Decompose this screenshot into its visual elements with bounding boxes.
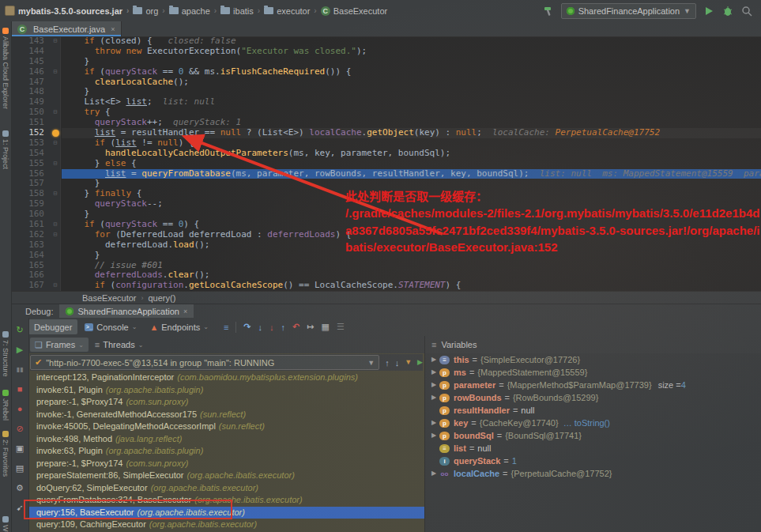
stack-frame-row[interactable]: query:109, CachingExecutor(org.apache.ib… bbox=[28, 519, 424, 531]
restore-layout-icon[interactable]: ▤ bbox=[13, 461, 27, 475]
tab-threads[interactable]: ≡ Threads ⌄ bbox=[90, 338, 148, 352]
stack-frame-row[interactable]: intercept:123, PaginationInterceptor(com… bbox=[28, 372, 424, 384]
line-number[interactable]: 143 bbox=[11, 36, 49, 47]
breadcrumb-item[interactable]: mybatis-3.5.0-sources.jar› bbox=[5, 6, 133, 16]
close-icon[interactable]: × bbox=[111, 25, 115, 33]
breadcrumb-class[interactable]: BaseExecutor bbox=[82, 293, 136, 303]
step-into-icon[interactable]: ↓ bbox=[258, 323, 263, 332]
line-number[interactable]: 155 bbox=[11, 159, 49, 169]
stack-frame-row[interactable]: prepareStatement:86, SimpleExecutor(org.… bbox=[28, 470, 424, 482]
line-number[interactable]: 153 bbox=[11, 138, 49, 149]
intention-bulb-icon[interactable] bbox=[52, 130, 59, 137]
fold-marker-icon[interactable]: ⊟ bbox=[49, 220, 62, 230]
down-the-stack-icon[interactable]: ↓ bbox=[395, 358, 400, 368]
run-to-cursor-icon[interactable]: ↦ bbox=[307, 322, 314, 332]
fold-marker-icon[interactable]: ⊟ bbox=[49, 108, 62, 118]
fold-marker-icon[interactable]: ⊟ bbox=[49, 189, 62, 199]
code-line[interactable]: 144 throw new ExecutorException("Executo… bbox=[11, 47, 761, 57]
stack-frame-row[interactable]: doQuery:62, SimpleExecutor(org.apache.ib… bbox=[28, 482, 424, 495]
thread-selector[interactable]: ✔ "http-nio-7700-exec-5"@13,514 in group… bbox=[30, 355, 379, 370]
pause-icon[interactable]: ▮▮ bbox=[13, 362, 27, 376]
code-line[interactable]: 159 queryStack--; bbox=[11, 199, 761, 209]
pin-icon[interactable]: ➹ bbox=[13, 500, 27, 515]
breadcrumb-item[interactable]: ibatis› bbox=[220, 6, 264, 16]
debug-session-tab[interactable]: SharedFinanceApplication × bbox=[59, 304, 194, 319]
filter-funnel-icon[interactable]: ▼ bbox=[405, 358, 412, 368]
editor-tab-baseexecutor[interactable]: C BaseExecutor.java × bbox=[11, 21, 122, 36]
resume-icon[interactable]: ▶ bbox=[13, 342, 27, 357]
layout-settings-icon[interactable]: ☰ bbox=[337, 322, 345, 332]
fold-marker-icon[interactable]: ⊟ bbox=[49, 138, 62, 149]
expand-arrow-icon[interactable]: ▶ bbox=[428, 353, 439, 366]
line-number[interactable]: 154 bbox=[11, 149, 49, 159]
step-over-icon[interactable]: ↷ bbox=[243, 322, 251, 332]
settings-gear-icon[interactable]: ⚙ bbox=[13, 481, 27, 495]
hammer-icon[interactable] bbox=[542, 5, 555, 17]
fold-marker-icon[interactable]: ⊟ bbox=[49, 230, 62, 240]
line-number[interactable]: 145 bbox=[11, 57, 49, 67]
line-number[interactable]: 152 bbox=[11, 128, 49, 138]
fold-marker-icon[interactable]: ⊟ bbox=[49, 159, 62, 169]
search-icon[interactable] bbox=[740, 5, 753, 17]
variable-row[interactable]: ▶pboundSql={BoundSql@17741} bbox=[425, 429, 761, 442]
fold-marker-icon[interactable]: ⊟ bbox=[49, 67, 62, 77]
breadcrumb-item[interactable]: org› bbox=[133, 6, 168, 16]
stack-frame-row[interactable]: prepare:-1, $Proxy174(com.sun.proxy) bbox=[28, 396, 424, 409]
tab-debugger[interactable]: Debugger bbox=[28, 319, 77, 334]
expand-arrow-icon[interactable]: ▶ bbox=[428, 379, 439, 391]
force-step-into-icon[interactable]: ↓ bbox=[269, 323, 274, 332]
expand-arrow-icon[interactable]: ▶ bbox=[428, 366, 439, 379]
sidebar-stripe-jrebel[interactable]: JRebel bbox=[0, 390, 11, 421]
tab-frames[interactable]: ❏ Frames ⌄ bbox=[30, 338, 89, 352]
code-line[interactable]: 163 deferredLoad.load(); bbox=[11, 240, 761, 251]
debug-button[interactable] bbox=[721, 5, 734, 17]
stop-icon[interactable]: ■ bbox=[13, 382, 27, 396]
breadcrumb-item[interactable]: executor› bbox=[264, 6, 321, 16]
evaluate-expression-icon[interactable]: ▦ bbox=[322, 322, 330, 332]
fold-marker-icon[interactable]: ⊟ bbox=[49, 281, 62, 291]
show-execution-point-icon[interactable]: ≡ bbox=[224, 323, 228, 332]
up-the-stack-icon[interactable]: ↑ bbox=[385, 358, 390, 368]
stack-frame-row[interactable]: query:156, BaseExecutor(org.apache.ibati… bbox=[28, 507, 424, 519]
line-number[interactable]: 161 bbox=[11, 220, 49, 230]
expand-arrow-icon[interactable]: ▶ bbox=[428, 391, 439, 404]
expand-arrow-icon[interactable]: ▶ bbox=[428, 417, 439, 429]
code-line[interactable]: 149 List<E> list; list: null bbox=[11, 97, 761, 108]
variable-row[interactable]: ▶prowBounds={RowBounds@15299} bbox=[425, 391, 761, 404]
run-button[interactable] bbox=[703, 5, 715, 17]
variable-row[interactable]: ▶oolocalCache={PerpetualCache@17752} bbox=[425, 467, 761, 480]
view-breakpoints-icon[interactable]: ● bbox=[13, 402, 27, 416]
tab-console[interactable]: >_Console⌄ bbox=[79, 319, 142, 334]
stack-frame-row[interactable]: invoke:63, Plugin(org.apache.ibatis.plug… bbox=[28, 445, 424, 458]
code-editor[interactable]: 143⊟ if (closed) { closed: false144 thro… bbox=[11, 36, 761, 291]
stack-frame-row[interactable]: invoke:61, Plugin(org.apache.ibatis.plug… bbox=[28, 384, 424, 397]
mute-breakpoints-icon[interactable]: ⊘ bbox=[13, 421, 27, 436]
rerun-icon[interactable]: ↻ bbox=[13, 323, 27, 337]
sidebar-stripe-alibaba-cloud-explorer[interactable]: Alibaba Cloud Explorer bbox=[0, 28, 11, 109]
line-number[interactable]: 146 bbox=[11, 67, 49, 77]
variable-row[interactable]: ≡list=null bbox=[425, 442, 761, 455]
code-line[interactable]: 156 list = queryFromDatabase(ms, paramet… bbox=[11, 169, 761, 179]
line-number[interactable]: 163 bbox=[11, 240, 49, 251]
sidebar-stripe-2-favorites[interactable]: 2: Favorites bbox=[0, 431, 11, 477]
close-icon[interactable]: × bbox=[183, 308, 187, 315]
code-line[interactable]: 147 clearLocalCache(); bbox=[11, 77, 761, 88]
step-out-icon[interactable]: ↑ bbox=[281, 323, 286, 332]
stack-frame-row[interactable]: prepare:-1, $Proxy174(com.sun.proxy) bbox=[28, 458, 424, 470]
variable-row[interactable]: presultHandler=null bbox=[425, 404, 761, 417]
tab-endpoints[interactable]: ▲Endpoints⌄ bbox=[144, 319, 214, 334]
stack-frame-row[interactable]: invoke:45005, DelegatingMethodAccessorIm… bbox=[28, 421, 424, 433]
sidebar-stripe-1-project[interactable]: 1: Project bbox=[0, 130, 11, 169]
sidebar-stripe-7-structure[interactable]: 7: Structure bbox=[0, 331, 11, 377]
line-number[interactable]: 164 bbox=[11, 251, 49, 261]
breadcrumb-item[interactable]: apache› bbox=[169, 6, 220, 16]
expand-arrow-icon[interactable]: ▶ bbox=[428, 467, 439, 480]
sidebar-stripe-web[interactable]: Web bbox=[0, 516, 11, 532]
expand-arrow-icon[interactable]: ▶ bbox=[428, 429, 439, 442]
breadcrumb-method[interactable]: query() bbox=[148, 293, 175, 303]
stack-frame-row[interactable]: queryFromDatabase:324, BaseExecutor(org.… bbox=[28, 494, 424, 507]
stack-frame-row[interactable]: invoke:-1, GeneratedMethodAccessor175(su… bbox=[28, 409, 424, 421]
variable-row[interactable]: ▶pkey={CacheKey@17740}… toString() bbox=[425, 417, 761, 429]
panel-expand-icon[interactable]: ▶ bbox=[417, 358, 423, 368]
code-line[interactable]: 167⊟ if (configuration.getLocalCacheScop… bbox=[11, 281, 761, 291]
